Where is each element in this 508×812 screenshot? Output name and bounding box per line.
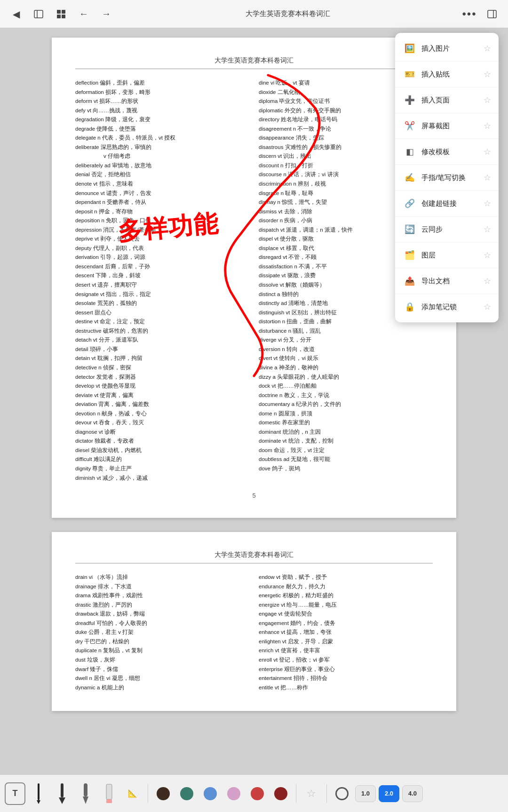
screenshot-star[interactable]: ☆: [484, 121, 491, 131]
svg-rect-14: [106, 784, 112, 799]
grid-view-button[interactable]: [53, 6, 70, 23]
menu-item-create-link[interactable]: 🔗 创建超链接 ☆: [395, 191, 499, 217]
svg-rect-10: [61, 783, 64, 797]
insert-sticker-label: 插入贴纸: [421, 70, 484, 79]
scale-1x-button[interactable]: 1.0: [355, 785, 376, 802]
favorite-button[interactable]: ☆: [301, 780, 322, 808]
word-entry: disturbance n 骚乱，混乱: [259, 327, 433, 336]
menu-item-insert-page[interactable]: ➕ 插入页面 ☆: [395, 87, 499, 113]
cloud-sync-icon: 🔄: [403, 222, 417, 236]
page-5-title: 大学生英语竞赛本科卷词汇: [75, 56, 433, 69]
word-entry: descendant 后裔，后辈，子孙: [75, 262, 249, 272]
word-entry: diesel 柴油发动机，内燃机: [75, 446, 249, 455]
eraser-tool[interactable]: [99, 780, 119, 808]
add-lock-star[interactable]: ☆: [484, 302, 491, 312]
word-entry: dome n 圆屋顶，拱顶: [259, 409, 433, 419]
menu-item-cloud-sync[interactable]: 🔄 云同步 ☆: [395, 217, 499, 242]
word-entry: energetic 积极的，精力旺盛的: [259, 591, 433, 601]
word-entry: drama 戏剧性事件，戏剧性: [75, 591, 249, 601]
color-pink[interactable]: [223, 780, 244, 808]
export-doc-icon: 📤: [403, 274, 417, 288]
insert-image-star[interactable]: ☆: [484, 43, 491, 54]
svg-rect-0: [34, 10, 43, 18]
menu-item-add-lock[interactable]: 🔒 添加笔记锁 ☆: [395, 294, 499, 320]
pen-tool-3[interactable]: [75, 780, 96, 808]
word-entry: dynamic a 机能上的: [75, 683, 249, 693]
menu-item-modify-template[interactable]: ◧ 修改模板 ☆: [395, 139, 499, 165]
sidebar-toggle-button[interactable]: [30, 6, 47, 23]
word-entry: dock vt 把……停泊船舶: [259, 382, 433, 391]
cloud-sync-star[interactable]: ☆: [484, 224, 491, 234]
modify-template-icon: ◧: [403, 145, 417, 159]
scale-2x-button[interactable]: 2.0: [379, 785, 399, 802]
word-entry: desert vt 遗弃，擅离职守: [75, 281, 249, 290]
screenshot-label: 屏幕截图: [421, 122, 484, 131]
word-entry: enlighten vt 启发，开导，启蒙: [259, 637, 433, 647]
svg-rect-4: [57, 15, 61, 18]
insert-sticker-icon: 🎫: [403, 67, 417, 81]
color-indicator[interactable]: [332, 780, 352, 808]
pen-tool-2[interactable]: [52, 780, 72, 808]
word-entry: energize vt 给与……能量，电压: [259, 601, 433, 610]
word-entry: detach vt 分开，派遣军队: [75, 336, 249, 345]
word-entry: endow vt 资助，赋予，授予: [259, 573, 433, 582]
word-entry: entertainment 招待，招待会: [259, 674, 433, 683]
insert-sticker-star[interactable]: ☆: [484, 69, 491, 79]
svg-rect-15: [106, 799, 112, 803]
scale-4x-button[interactable]: 4.0: [402, 785, 423, 802]
svg-rect-12: [84, 783, 87, 796]
word-entry: delegate n 代表，委员，特派员，vt 授权: [75, 133, 249, 143]
svg-marker-13: [83, 796, 88, 804]
word-entry: doctrine n 教义，主义，学说: [259, 391, 433, 400]
menu-item-screenshot[interactable]: ✂️ 屏幕截图 ☆: [395, 113, 499, 139]
word-entry: descent 下降，出身，斜坡: [75, 271, 249, 281]
create-link-star[interactable]: ☆: [484, 198, 491, 209]
svg-rect-3: [62, 10, 65, 14]
word-entry: devotion n 献身，热诚，专心: [75, 409, 249, 419]
word-entry: dictator 独裁者，专政者: [75, 437, 249, 446]
export-doc-star[interactable]: ☆: [484, 276, 491, 286]
color-blue[interactable]: [200, 780, 221, 808]
switch-input-star[interactable]: ☆: [484, 172, 491, 183]
undo-button[interactable]: ←: [75, 6, 92, 23]
word-entry: endurance 耐久力，持久力: [259, 582, 433, 592]
pen-tool-1[interactable]: [28, 780, 49, 808]
word-entry: deposition n 免职，罢免，口供: [75, 216, 249, 226]
word-entry: detail 琐碎，小事: [75, 345, 249, 354]
insert-image-icon: 🖼️: [403, 41, 417, 55]
redo-button[interactable]: →: [98, 6, 115, 23]
modify-template-star[interactable]: ☆: [484, 147, 491, 157]
word-entry: dizzy a 头晕眼花的，使人眩晕的: [259, 373, 433, 382]
ruler-tool[interactable]: 📐: [122, 780, 143, 808]
left-col-page6: drain vi （水等）流掉drainage 排水，下水道drama 戏剧性事…: [75, 573, 249, 692]
color-dark-red[interactable]: [270, 780, 291, 808]
word-entry: enterprise 艰巨的事业，事业心: [259, 665, 433, 674]
word-entry: drawback 退款，妨碍，弊端: [75, 609, 249, 619]
context-menu: 🖼️ 插入图片 ☆ 🎫 插入贴纸 ☆ ➕ 插入页面 ☆ ✂️ 屏幕截图 ☆ ◧ …: [395, 33, 499, 322]
word-entry: desolate 荒芜的，孤独的: [75, 299, 249, 308]
word-entry: enroll vt 登记，招收；vi 参军: [259, 656, 433, 665]
layers-star[interactable]: ☆: [484, 250, 491, 260]
add-lock-label: 添加笔记锁: [421, 303, 484, 312]
more-options-button[interactable]: •••: [461, 6, 478, 23]
word-entry: derivation 引导，起源，词源: [75, 253, 249, 262]
svg-marker-9: [37, 800, 40, 804]
text-tool-button[interactable]: T: [5, 782, 25, 805]
menu-item-layers[interactable]: 🗂️ 图层 ☆: [395, 242, 499, 268]
word-entry: dove 鸽子，斑鸠: [259, 464, 433, 474]
menu-item-switch-input[interactable]: ✍️ 手指/笔写切换 ☆: [395, 165, 499, 191]
menu-item-export-doc[interactable]: 📤 导出文档 ☆: [395, 268, 499, 294]
color-teal[interactable]: [176, 780, 197, 808]
word-entry: denounce vt 谴责，声讨，告发: [75, 189, 249, 198]
toolbar-left: ◀ ← →: [8, 6, 115, 23]
panel-button[interactable]: [484, 6, 500, 23]
export-doc-label: 导出文档: [421, 277, 484, 286]
word-columns-page6: drain vi （水等）流掉drainage 排水，下水道drama 戏剧性事…: [75, 573, 433, 692]
insert-page-star[interactable]: ☆: [484, 95, 491, 105]
back-nav-button[interactable]: ◀: [8, 6, 24, 23]
color-brown[interactable]: [153, 780, 174, 808]
menu-item-insert-image[interactable]: 🖼️ 插入图片 ☆: [395, 36, 499, 62]
menu-item-insert-sticker[interactable]: 🎫 插入贴纸 ☆: [395, 62, 499, 87]
switch-input-label: 手指/笔写切换: [421, 173, 484, 182]
color-red[interactable]: [247, 780, 268, 808]
